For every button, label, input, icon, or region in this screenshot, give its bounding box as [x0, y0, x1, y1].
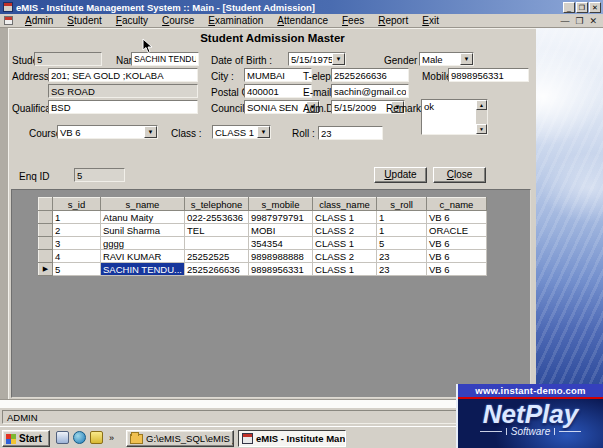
- enq-id-field[interactable]: [74, 168, 125, 182]
- grid-cell[interactable]: VB 6: [427, 263, 487, 276]
- minimize-button[interactable]: _: [563, 2, 575, 13]
- mdi-minimize-icon[interactable]: —: [560, 16, 569, 26]
- scroll-down-icon[interactable]: ▼: [476, 124, 487, 134]
- grid-column-header[interactable]: class_name: [313, 198, 377, 211]
- grid-header: s_ids_names_telephones_mobileclass_names…: [39, 198, 487, 211]
- row-selector-icon[interactable]: ▶: [39, 263, 53, 276]
- grid-cell[interactable]: 1: [377, 224, 427, 237]
- taskbar-item[interactable]: G:\eMIS_SQL\eMIS _Sou...: [126, 430, 234, 447]
- grid-column-header[interactable]: s_telephone: [185, 198, 249, 211]
- grid-cell[interactable]: [185, 237, 249, 250]
- remarks-textarea[interactable]: ok ▲ ▼: [421, 99, 488, 135]
- grid-cell[interactable]: 23: [377, 250, 427, 263]
- grid-cell[interactable]: 1: [377, 211, 427, 224]
- grid-cell[interactable]: CLASS 1: [313, 237, 377, 250]
- menu-item-student[interactable]: Student: [60, 14, 108, 27]
- name-field[interactable]: [131, 52, 199, 66]
- grid-cell[interactable]: CLASS 1: [313, 211, 377, 224]
- grid-cell[interactable]: 1: [53, 211, 101, 224]
- dob-combobox[interactable]: 5/15/1975 ▼: [288, 52, 346, 66]
- grid-cell[interactable]: 25252525: [185, 250, 249, 263]
- grid-cell[interactable]: gggg: [101, 237, 185, 250]
- postal-code-field[interactable]: [244, 84, 312, 98]
- menu-item-fees[interactable]: Fees: [335, 14, 371, 27]
- address-field[interactable]: [48, 68, 198, 82]
- grid-cell[interactable]: 2: [53, 224, 101, 237]
- gender-combobox[interactable]: Male ▼: [419, 52, 474, 66]
- remarks-scrollbar[interactable]: ▲ ▼: [476, 100, 487, 134]
- document-icon[interactable]: [56, 431, 69, 444]
- grid-cell[interactable]: 23: [377, 263, 427, 276]
- taskbar-item[interactable]: eMIS - Institute Man...: [238, 430, 346, 447]
- grid-cell[interactable]: 3: [53, 237, 101, 250]
- grid-cell[interactable]: 4: [53, 250, 101, 263]
- grid-cell[interactable]: MOBI: [249, 224, 313, 237]
- start-button[interactable]: Start: [2, 430, 50, 447]
- grid-cell[interactable]: Atanu Maity: [101, 211, 185, 224]
- qualification-field[interactable]: [48, 100, 198, 114]
- grid-cell[interactable]: CLASS 1: [313, 263, 377, 276]
- menu-item-exit[interactable]: Exit: [415, 14, 446, 27]
- roll-field[interactable]: [318, 126, 383, 140]
- close-button[interactable]: ✕: [589, 2, 601, 13]
- scroll-up-icon[interactable]: ▲: [476, 100, 487, 110]
- grid-cell[interactable]: TEL: [185, 224, 249, 237]
- menu-item-report[interactable]: Report: [371, 14, 415, 27]
- grid-cell[interactable]: 022-2553636: [185, 211, 249, 224]
- mdi-restore-icon[interactable]: ❐: [575, 16, 583, 26]
- row-header[interactable]: [39, 211, 53, 224]
- grid-cell[interactable]: VB 6: [427, 211, 487, 224]
- chevron-down-icon[interactable]: ▼: [144, 126, 157, 138]
- grid-cell[interactable]: 5: [377, 237, 427, 250]
- grid-cell[interactable]: VB 6: [427, 250, 487, 263]
- chevron-down-icon[interactable]: ▼: [332, 53, 345, 65]
- grid-cell[interactable]: CLASS 2: [313, 250, 377, 263]
- course-combobox[interactable]: VB 6 ▼: [57, 125, 158, 139]
- remarks-value[interactable]: ok: [422, 100, 476, 134]
- email-field[interactable]: [331, 84, 409, 98]
- grid-cell[interactable]: 9898988888: [249, 250, 313, 263]
- grid-column-header[interactable]: s_roll: [377, 198, 427, 211]
- grid-column-header[interactable]: s_id: [53, 198, 101, 211]
- grid-cell[interactable]: 2525266636: [185, 263, 249, 276]
- menu-item-attendance[interactable]: Attendance: [270, 14, 335, 27]
- chevron-down-icon[interactable]: ▼: [257, 126, 270, 138]
- mobile-field[interactable]: [448, 68, 529, 82]
- restore-button[interactable]: ❐: [576, 2, 588, 13]
- overflow-chevron-icon[interactable]: »: [107, 433, 116, 443]
- menu-item-faculty[interactable]: Faculty: [109, 14, 155, 27]
- update-button[interactable]: Update: [374, 167, 427, 183]
- close-button[interactable]: Close: [433, 167, 486, 183]
- grid-cell[interactable]: Sunil Sharma: [101, 224, 185, 237]
- grid-cell[interactable]: RAVI KUMAR: [101, 250, 185, 263]
- menu-item-course[interactable]: Course: [155, 14, 201, 27]
- chevron-down-icon[interactable]: ▼: [460, 53, 473, 65]
- row-header[interactable]: [39, 237, 53, 250]
- title-bar[interactable]: eMIS - Institute Management System :: Ma…: [0, 0, 603, 14]
- telephone-field[interactable]: [331, 68, 409, 82]
- grid-column-header[interactable]: s_mobile: [249, 198, 313, 211]
- grid-table[interactable]: s_ids_names_telephones_mobileclass_names…: [38, 197, 487, 276]
- address2-field[interactable]: [48, 84, 198, 98]
- grid-cell[interactable]: 354354: [249, 237, 313, 250]
- student-id-field[interactable]: [34, 52, 102, 66]
- child-window-icon[interactable]: [4, 16, 13, 25]
- browser-icon[interactable]: [73, 431, 86, 444]
- class-combobox[interactable]: CLASS 1 ▼: [212, 125, 271, 139]
- menu-item-admin[interactable]: Admin: [18, 14, 60, 27]
- grid-cell[interactable]: 9987979791: [249, 211, 313, 224]
- grid-column-header[interactable]: c_name: [427, 198, 487, 211]
- row-header[interactable]: [39, 250, 53, 263]
- grid-cell[interactable]: CLASS 2: [313, 224, 377, 237]
- grid-cell[interactable]: VB 6: [427, 237, 487, 250]
- grid-column-header[interactable]: s_name: [101, 198, 185, 211]
- row-header[interactable]: [39, 224, 53, 237]
- menu-item-examination[interactable]: Examination: [201, 14, 270, 27]
- mdi-close-icon[interactable]: ✕: [589, 16, 597, 26]
- notes-icon[interactable]: [90, 431, 103, 444]
- grid-cell[interactable]: 5: [53, 263, 101, 276]
- grid-cell[interactable]: SACHIN TENDU...: [101, 263, 185, 276]
- city-field[interactable]: [244, 68, 312, 82]
- grid-cell[interactable]: ORACLE: [427, 224, 487, 237]
- grid-cell[interactable]: 9898956331: [249, 263, 313, 276]
